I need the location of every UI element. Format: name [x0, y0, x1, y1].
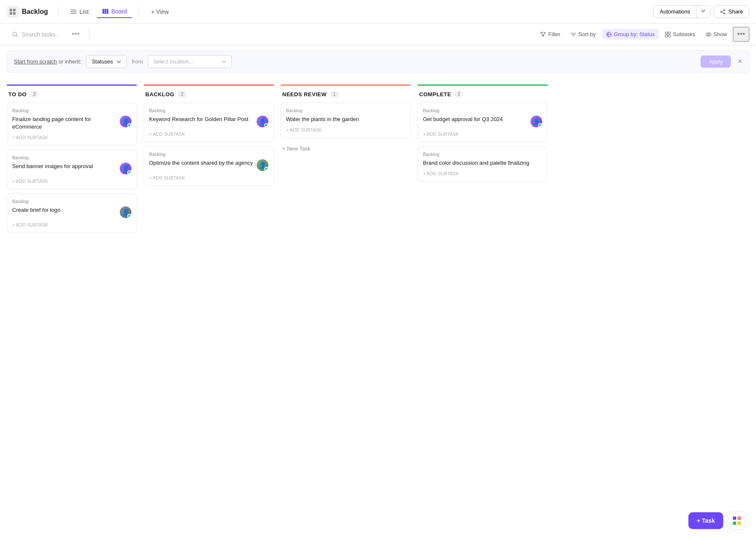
more-btn[interactable]: •••: [68, 28, 84, 41]
new-task-btn[interactable]: + New Task: [281, 142, 411, 155]
svg-rect-9: [107, 9, 108, 14]
column-title-needs-review: NEEDS REVIEW: [282, 91, 327, 97]
app-icon: [7, 6, 18, 18]
avatar-status-dot: [264, 123, 268, 127]
svg-point-10: [724, 9, 725, 11]
card-title: Water the plants in the garden: [286, 116, 405, 123]
column-bar-complete: [417, 84, 548, 86]
add-subtask-btn[interactable]: + ADD SUBTASK: [423, 171, 542, 176]
chevron-down-icon: [116, 59, 121, 64]
card-label: Backlog: [149, 152, 268, 157]
list-label: List: [79, 8, 89, 15]
svg-line-13: [722, 10, 724, 11]
svg-point-26: [706, 33, 711, 36]
card-label: Backlog: [423, 152, 542, 157]
subtasks-label: Subtasks: [673, 31, 695, 37]
filter-label: Filter: [548, 31, 560, 37]
column-bar-backlog: [144, 84, 274, 86]
avatar: 👤: [257, 159, 268, 171]
view-label: + View: [151, 8, 168, 15]
avatar: 👤: [530, 116, 542, 127]
task-card[interactable]: BacklogFinalize landing page content for…: [7, 103, 137, 145]
svg-rect-6: [71, 13, 76, 14]
group-by-btn[interactable]: Group by: Status: [602, 29, 659, 40]
toolbar-divider: [89, 29, 89, 40]
card-label: Backlog: [12, 108, 131, 113]
filter-icon: [540, 32, 546, 37]
statuses-select[interactable]: Statuses: [86, 55, 127, 68]
apply-btn[interactable]: Apply: [701, 55, 731, 68]
card-label: Backlog: [149, 108, 268, 113]
subtasks-btn[interactable]: Subtasks: [661, 29, 699, 40]
column-needs-review: NEEDS REVIEW1BacklogWater the plants in …: [281, 84, 411, 155]
top-nav: Backlog List Board + View Automations Sh…: [0, 0, 756, 24]
svg-rect-2: [10, 12, 12, 15]
avatar-status-dot: [127, 123, 131, 127]
automations-caret-btn[interactable]: [696, 5, 710, 18]
svg-rect-1: [13, 9, 16, 11]
search-box[interactable]: Search tasks...: [7, 28, 66, 41]
add-subtask-btn[interactable]: + ADD SUBTASK: [12, 179, 131, 184]
board-nav-btn[interactable]: Board: [97, 5, 132, 18]
statuses-label: Statuses: [92, 58, 113, 65]
card-title: Create brief for logo: [12, 206, 116, 214]
task-card[interactable]: BacklogKeyword Research for Golden Pilla…: [144, 103, 274, 142]
task-card[interactable]: BacklogGet budget approval for Q3 2024👤+…: [417, 103, 548, 142]
column-complete: COMPLETE2BacklogGet budget approval for …: [417, 84, 548, 186]
task-card[interactable]: BacklogOptimize the content shared by th…: [144, 146, 274, 186]
svg-line-14: [722, 12, 724, 13]
task-card[interactable]: BacklogSend banner images for approval👤+…: [7, 150, 137, 189]
share-btn[interactable]: Share: [714, 5, 749, 18]
filter-btn[interactable]: Filter: [536, 29, 564, 40]
show-icon: [706, 32, 711, 37]
column-title-backlog: BACKLOG: [145, 91, 174, 97]
card-title: Keyword Research for Golden Pillar Post: [149, 116, 253, 123]
svg-rect-23: [668, 32, 670, 34]
group-by-label: Group by: Status: [614, 31, 655, 37]
avatar-status-dot: [127, 170, 131, 174]
add-view-btn[interactable]: + View: [146, 6, 173, 18]
start-from-scratch-link[interactable]: Start from scratch: [14, 58, 57, 65]
column-backlog: BACKLOG2BacklogKeyword Research for Gold…: [144, 84, 274, 190]
share-label: Share: [728, 8, 743, 15]
group-icon: [606, 32, 612, 37]
search-icon: [12, 32, 18, 37]
card-label: Backlog: [423, 108, 542, 113]
svg-rect-22: [665, 32, 667, 34]
list-nav-btn[interactable]: List: [65, 6, 94, 18]
svg-rect-25: [668, 35, 670, 37]
automations-main-btn[interactable]: Automations: [654, 5, 696, 18]
close-inherit-btn[interactable]: ×: [738, 57, 742, 66]
add-subtask-btn[interactable]: + ADD SUBTASK: [149, 175, 268, 180]
avatar-status-dot: [127, 214, 131, 218]
location-select[interactable]: Select location...: [148, 55, 232, 68]
column-header-todo: TO DO3: [7, 87, 137, 103]
toolbar-more-btn[interactable]: •••: [733, 27, 749, 42]
sort-by-btn[interactable]: Sort by: [566, 29, 600, 40]
svg-point-12: [724, 13, 725, 14]
subtasks-icon: [665, 32, 671, 37]
board-label: Board: [111, 8, 127, 15]
toolbar-right: Filter Sort by Group by: Status Subtasks…: [536, 27, 749, 42]
task-card[interactable]: BacklogBrand color discussion and palett…: [417, 146, 548, 182]
task-card[interactable]: BacklogWater the plants in the garden+ A…: [281, 103, 411, 138]
task-card[interactable]: BacklogCreate brief for logo👤+ ADD SUBTA…: [7, 193, 137, 233]
add-subtask-btn[interactable]: + ADD SUBTASK: [149, 132, 268, 137]
add-subtask-btn[interactable]: + ADD SUBTASK: [12, 135, 131, 140]
show-btn[interactable]: Show: [701, 29, 732, 40]
avatar: 👤: [120, 163, 131, 174]
show-label: Show: [714, 31, 727, 37]
avatar: 👤: [120, 206, 131, 218]
card-title: Get budget approval for Q3 2024: [423, 116, 527, 123]
svg-rect-3: [13, 12, 16, 15]
search-placeholder: Search tasks...: [21, 31, 60, 38]
avatar: 👤: [120, 116, 131, 127]
card-title: Brand color discussion and palette final…: [423, 159, 542, 167]
column-title-todo: TO DO: [8, 91, 26, 97]
add-subtask-btn[interactable]: + ADD SUBTASK: [12, 222, 131, 227]
svg-rect-0: [10, 9, 12, 11]
add-subtask-btn[interactable]: + ADD SUBTASK: [286, 127, 405, 132]
avatar-status-dot: [264, 167, 268, 171]
card-title: Finalize landing page content for eComme…: [12, 116, 116, 131]
add-subtask-btn[interactable]: + ADD SUBTASK: [423, 132, 542, 137]
